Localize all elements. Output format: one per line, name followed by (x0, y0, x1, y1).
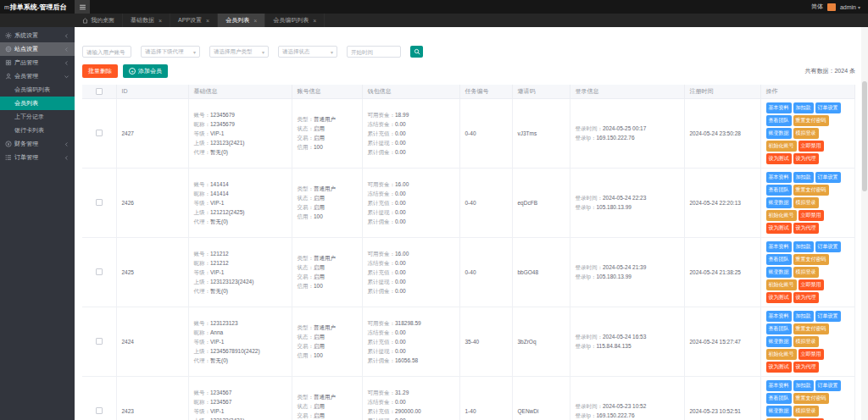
sidebar-item-财务管理[interactable]: 财务管理 (0, 137, 75, 151)
op-button-模拟登录[interactable]: 模拟登录 (793, 406, 819, 417)
op-button-基本资料[interactable]: 基本资料 (766, 311, 792, 322)
tab-APP设置[interactable]: APP设置× (170, 14, 218, 27)
op-button-模拟登录[interactable]: 模拟登录 (793, 197, 819, 208)
op-button-查看团队[interactable]: 查看团队 (766, 254, 792, 265)
sidebar-subitem-会员列表[interactable]: 会员列表 (0, 97, 75, 110)
close-icon[interactable]: × (159, 18, 162, 24)
info-line: 上级：121212(2425) (194, 207, 287, 217)
sidebar-subitem-会员编码列表[interactable]: 会员编码列表 (0, 83, 75, 97)
info-line: 状态：启用 (298, 332, 357, 341)
op-button-初始化账号[interactable]: 初始化账号 (766, 141, 797, 152)
row-checkbox[interactable] (96, 199, 103, 206)
op-button-设为测试[interactable]: 设为测试 (766, 362, 792, 373)
op-button-立即禁用[interactable]: 立即禁用 (798, 141, 824, 152)
sidebar-item-订单管理[interactable]: 订单管理 (0, 151, 75, 164)
op-button-订单设置[interactable]: 订单设置 (815, 102, 841, 113)
sidebar-item-站点设置[interactable]: 站点设置 (0, 42, 75, 56)
op-button-加扣款[interactable]: 加扣款 (793, 241, 814, 252)
user-menu[interactable]: admin ▾ (840, 4, 860, 10)
language-flag-badge[interactable] (827, 3, 836, 11)
op-button-重置支付密码[interactable]: 重置支付密码 (793, 254, 829, 265)
sidebar-item-label: 订单管理 (14, 153, 38, 162)
info-label: 交易： (298, 412, 314, 418)
op-button-设为测试[interactable]: 设为测试 (766, 223, 792, 234)
status-select[interactable]: 请选择状态 ▾ (278, 46, 337, 58)
sidebar-item-系统设置[interactable]: 系统设置 (0, 29, 75, 42)
tab-会员列表[interactable]: 会员列表× (218, 14, 265, 27)
op-button-查看团队[interactable]: 查看团队 (766, 393, 792, 404)
sidebar-subitem-银行卡列表[interactable]: 银行卡列表 (0, 124, 75, 137)
op-button-账变数据[interactable]: 账变数据 (766, 128, 792, 139)
op-button-设为代理[interactable]: 设为代理 (793, 292, 819, 303)
row-checkbox[interactable] (96, 338, 103, 345)
op-button-查看团队[interactable]: 查看团队 (766, 115, 792, 126)
row-checkbox[interactable] (96, 407, 103, 414)
op-button-设为代理[interactable]: 设为代理 (793, 223, 819, 234)
op-button-重置支付密码[interactable]: 重置支付密码 (793, 323, 829, 334)
sidebar-item-产品管理[interactable]: 产品管理 (0, 56, 75, 69)
batch-delete-button[interactable]: 批量删除 (82, 64, 118, 78)
select-all-checkbox[interactable] (96, 88, 103, 95)
op-button-查看团队[interactable]: 查看团队 (766, 185, 792, 196)
op-button-立即禁用[interactable]: 立即禁用 (798, 210, 824, 221)
language-switch[interactable]: 简体 (811, 3, 823, 11)
op-button-初始化账号[interactable]: 初始化账号 (766, 210, 797, 221)
scrollbar-thumb[interactable] (862, 81, 867, 191)
info-label: 交易： (298, 135, 314, 141)
op-button-基本资料[interactable]: 基本资料 (766, 172, 792, 183)
op-button-账变数据[interactable]: 账变数据 (766, 267, 792, 278)
op-button-立即禁用[interactable]: 立即禁用 (798, 279, 824, 290)
op-button-设为代理[interactable]: 设为代理 (793, 362, 819, 373)
op-button-基本资料[interactable]: 基本资料 (766, 102, 792, 113)
start-time-input[interactable] (347, 46, 401, 58)
op-button-订单设置[interactable]: 订单设置 (815, 241, 841, 252)
op-button-加扣款[interactable]: 加扣款 (793, 172, 814, 183)
tab-基础数据[interactable]: 基础数据× (123, 14, 170, 27)
op-button-初始化账号[interactable]: 初始化账号 (766, 279, 797, 290)
info-line: 类型：普通用户 (298, 323, 357, 332)
op-button-设为测试[interactable]: 设为测试 (766, 292, 792, 303)
row-checkbox[interactable] (96, 130, 103, 136)
op-button-设为代理[interactable]: 设为代理 (793, 153, 819, 164)
sidebar-subitem-上下分记录[interactable]: 上下分记录 (0, 110, 75, 124)
sidebar-collapse-button[interactable] (75, 0, 90, 14)
op-button-模拟登录[interactable]: 模拟登录 (793, 336, 819, 347)
op-button-重置支付密码[interactable]: 重置支付密码 (793, 393, 829, 404)
op-button-模拟登录[interactable]: 模拟登录 (793, 128, 819, 139)
tab-我的桌面[interactable]: 我的桌面 (75, 14, 123, 27)
op-button-重置支付密码[interactable]: 重置支付密码 (793, 185, 829, 196)
user-type-select[interactable]: 请选择用户类型 ▾ (209, 46, 269, 58)
op-button-订单设置[interactable]: 订单设置 (815, 311, 841, 322)
close-icon[interactable]: × (253, 18, 257, 24)
search-button[interactable] (410, 46, 423, 58)
agent-select[interactable]: 请选择下级代理 ▾ (141, 46, 200, 58)
op-button-加扣款[interactable]: 加扣款 (793, 380, 814, 391)
op-button-基本资料[interactable]: 基本资料 (766, 380, 792, 391)
info-value: 169.150.222.76 (596, 135, 634, 141)
op-button-账变数据[interactable]: 账变数据 (766, 197, 792, 208)
op-button-模拟登录[interactable]: 模拟登录 (793, 267, 819, 278)
sidebar-item-会员管理[interactable]: 会员管理 (0, 69, 75, 83)
op-button-账变数据[interactable]: 账变数据 (766, 336, 792, 347)
op-button-基本资料[interactable]: 基本资料 (766, 241, 792, 252)
close-icon[interactable]: × (313, 18, 316, 24)
op-button-立即禁用[interactable]: 立即禁用 (798, 349, 824, 360)
op-button-初始化账号[interactable]: 初始化账号 (766, 349, 797, 360)
info-line: 登录Ip：105.180.13.99 (576, 272, 679, 281)
op-button-查看团队[interactable]: 查看团队 (766, 323, 792, 334)
op-button-重置支付密码[interactable]: 重置支付密码 (793, 115, 829, 126)
tab-会员编码列表[interactable]: 会员编码列表× (265, 14, 325, 27)
op-button-设为测试[interactable]: 设为测试 (766, 153, 792, 164)
info-label: 交易： (298, 343, 314, 349)
row-checkbox[interactable] (96, 268, 103, 275)
add-member-button[interactable]: + 添加会员 (123, 64, 168, 78)
op-button-加扣款[interactable]: 加扣款 (793, 102, 814, 113)
op-button-订单设置[interactable]: 订单设置 (815, 380, 841, 391)
op-button-加扣款[interactable]: 加扣款 (793, 311, 814, 322)
account-search-input[interactable] (82, 46, 131, 58)
op-button-账变数据[interactable]: 账变数据 (766, 406, 792, 417)
close-icon[interactable]: × (206, 18, 209, 24)
username: admin (840, 4, 856, 10)
row-checkbox-cell (82, 98, 116, 168)
op-button-订单设置[interactable]: 订单设置 (815, 172, 841, 183)
